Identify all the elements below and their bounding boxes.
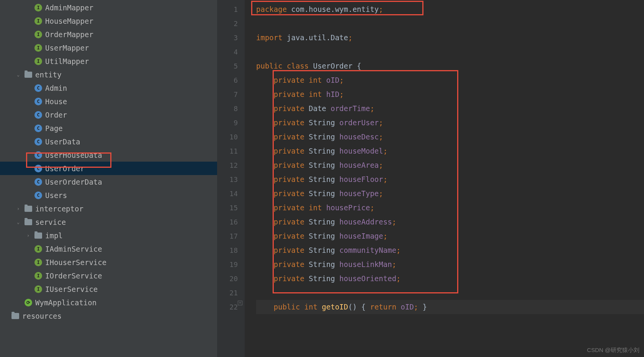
code-line[interactable] — [256, 286, 644, 300]
tree-item-admin[interactable]: CAdmin — [0, 81, 217, 95]
interface-icon: I — [34, 44, 42, 52]
folder-icon — [25, 206, 32, 212]
line-number: 17 — [217, 229, 238, 243]
class-icon: C — [34, 151, 42, 159]
interface-icon: I — [34, 245, 42, 253]
code-editor[interactable]: 12345678910111213141516171819202122 pack… — [217, 0, 644, 357]
project-tree-sidebar[interactable]: IAdminMapperIHouseMapperIOrderMapperIUse… — [0, 0, 217, 357]
tree-item-iadminservice[interactable]: IIAdminService — [0, 242, 217, 255]
class-icon: C — [34, 84, 42, 92]
code-line[interactable]: private String houseOriented; — [256, 272, 644, 286]
folder-icon — [25, 219, 32, 225]
tree-item-impl[interactable]: ›impl — [0, 229, 217, 242]
folder-icon — [11, 313, 19, 319]
line-number: 16 — [217, 215, 238, 229]
class-icon: C — [34, 124, 42, 132]
tree-item-label: UserOrderData — [45, 178, 102, 186]
code-line[interactable] — [256, 16, 644, 31]
line-number: 9 — [217, 116, 238, 130]
chevron-icon[interactable]: ⌄ — [17, 72, 23, 77]
tree-item-label: UtilMapper — [45, 57, 89, 66]
code-line[interactable]: private String houseDesc; — [256, 130, 644, 144]
interface-icon: I — [34, 31, 42, 38]
code-line[interactable]: package com.house.wym.entity; — [256, 2, 644, 16]
tree-item-ihouserservice[interactable]: IIHouserService — [0, 255, 217, 269]
tree-item-label: Users — [45, 191, 67, 200]
interface-icon: I — [34, 259, 42, 266]
tree-item-adminmapper[interactable]: IAdminMapper — [0, 1, 217, 14]
tree-item-ordermapper[interactable]: IOrderMapper — [0, 28, 217, 41]
tree-item-userhousedata[interactable]: CUserHouseData — [0, 148, 217, 162]
tree-item-label: HouseMapper — [45, 17, 93, 25]
code-line[interactable]: private String houseAddress; — [256, 215, 644, 229]
line-number: 14 — [217, 187, 238, 201]
code-line[interactable] — [256, 45, 644, 59]
code-line[interactable]: public int getoID() { return oID; } — [256, 300, 644, 314]
tree-item-label: IUserService — [45, 285, 98, 293]
code-line[interactable]: import java.util.Date; — [256, 31, 644, 45]
line-number: 2 — [217, 16, 238, 31]
tree-item-service[interactable]: ⌄service — [0, 215, 217, 229]
tree-item-label: IAdminService — [45, 245, 102, 253]
tree-item-label: IHouserService — [45, 258, 106, 267]
code-line[interactable]: private String houseArea; — [256, 158, 644, 172]
tree-item-label: WymApplication — [35, 298, 96, 307]
line-number: 5 — [217, 59, 238, 73]
line-number: 18 — [217, 243, 238, 257]
line-number: 1 — [217, 2, 238, 16]
interface-icon: I — [34, 285, 42, 293]
chevron-icon[interactable]: › — [27, 233, 33, 238]
watermark: CSDN @研究猿小刘 — [587, 347, 639, 354]
fold-icon[interactable]: + — [238, 301, 242, 305]
code-line[interactable]: public class UserOrder { — [256, 59, 644, 73]
tree-item-housemapper[interactable]: IHouseMapper — [0, 14, 217, 28]
tree-item-house[interactable]: CHouse — [0, 95, 217, 108]
code-line[interactable]: private int hID; — [256, 87, 644, 102]
chevron-icon[interactable]: ⌄ — [17, 219, 23, 225]
tree-item-wymapplication[interactable]: ⟳WymApplication — [0, 296, 217, 309]
tree-item-userorder[interactable]: CUserOrder — [0, 162, 217, 175]
tree-item-label: House — [45, 97, 67, 106]
code-line[interactable]: private Date orderTime; — [256, 102, 644, 116]
tree-item-label: IOrderService — [45, 272, 102, 280]
code-line[interactable]: private String houseType; — [256, 187, 644, 201]
code-line[interactable]: private int oID; — [256, 73, 644, 87]
code-line[interactable]: private String houseLinkMan; — [256, 257, 644, 272]
class-icon: C — [34, 165, 42, 172]
tree-item-label: Order — [45, 111, 67, 119]
tree-item-userorderdata[interactable]: CUserOrderData — [0, 175, 217, 188]
line-number: 13 — [217, 172, 238, 187]
tree-item-label: UserHouseData — [45, 151, 102, 159]
tree-item-users[interactable]: CUsers — [0, 188, 217, 202]
tree-item-utilmapper[interactable]: IUtilMapper — [0, 54, 217, 68]
tree-item-iuserservice[interactable]: IIUserService — [0, 282, 217, 296]
code-line[interactable]: private String houseImage; — [256, 229, 644, 243]
tree-item-iorderservice[interactable]: IIOrderService — [0, 269, 217, 282]
line-number: 10 — [217, 130, 238, 144]
code-line[interactable]: private String houseFloor; — [256, 172, 644, 187]
tree-item-order[interactable]: COrder — [0, 108, 217, 121]
class-icon: C — [34, 98, 42, 105]
spring-icon: ⟳ — [25, 299, 32, 306]
tree-item-label: UserMapper — [45, 44, 89, 52]
tree-item-page[interactable]: CPage — [0, 121, 217, 135]
tree-item-label: Page — [45, 124, 63, 133]
tree-item-label: UserOrder — [45, 164, 85, 173]
tree-item-entity[interactable]: ⌄entity — [0, 68, 217, 81]
code-line[interactable]: private String houseModel; — [256, 144, 644, 158]
tree-item-usermapper[interactable]: IUserMapper — [0, 41, 217, 54]
line-number: 20 — [217, 272, 238, 286]
tree-item-userdata[interactable]: CUserData — [0, 135, 217, 148]
code-line[interactable]: private String orderUser; — [256, 116, 644, 130]
line-number: 19 — [217, 257, 238, 272]
code-line[interactable]: private String communityName; — [256, 243, 644, 257]
tree-item-label: interceptor — [35, 205, 83, 213]
tree-item-interceptor[interactable]: ›interceptor — [0, 202, 217, 215]
tree-item-resources[interactable]: resources — [0, 309, 217, 323]
code-area[interactable]: package com.house.wym.entity;import java… — [245, 0, 644, 357]
line-number: 7 — [217, 87, 238, 102]
chevron-icon[interactable]: › — [17, 206, 23, 211]
code-line[interactable]: private int housePrice; — [256, 201, 644, 215]
folder-icon — [34, 233, 42, 239]
interface-icon: I — [34, 4, 42, 11]
